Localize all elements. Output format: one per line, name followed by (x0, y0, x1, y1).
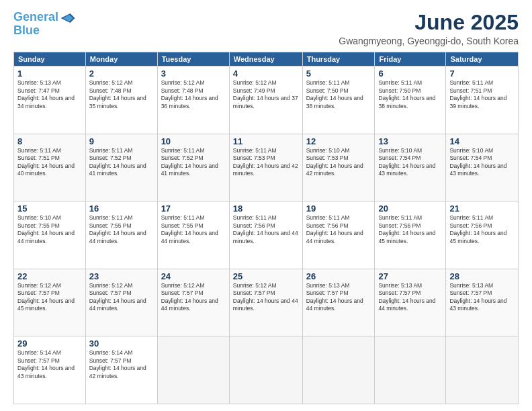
day-detail: Sunrise: 5:14 AM Sunset: 7:57 PM Dayligh… (17, 349, 82, 380)
day-number: 28 (449, 271, 515, 281)
day-detail: Sunrise: 5:11 AM Sunset: 7:55 PM Dayligh… (161, 214, 226, 245)
table-row: 17 Sunrise: 5:11 AM Sunset: 7:55 PM Dayl… (157, 201, 229, 269)
table-row: 24 Sunrise: 5:12 AM Sunset: 7:57 PM Dayl… (157, 269, 229, 336)
day-number: 6 (378, 68, 442, 79)
table-row: 9 Sunrise: 5:11 AM Sunset: 7:52 PM Dayli… (85, 134, 157, 201)
day-number: 2 (89, 68, 154, 79)
table-row: 19 Sunrise: 5:11 AM Sunset: 7:56 PM Dayl… (302, 201, 375, 269)
day-number: 16 (89, 203, 154, 214)
table-row: 16 Sunrise: 5:11 AM Sunset: 7:55 PM Dayl… (85, 201, 157, 269)
day-number: 12 (306, 136, 371, 146)
day-number: 17 (161, 203, 226, 214)
table-row: 15 Sunrise: 5:10 AM Sunset: 7:55 PM Dayl… (14, 201, 86, 269)
table-row: 2 Sunrise: 5:12 AM Sunset: 7:48 PM Dayli… (85, 66, 157, 134)
table-row: 18 Sunrise: 5:11 AM Sunset: 7:56 PM Dayl… (229, 201, 302, 269)
day-detail: Sunrise: 5:11 AM Sunset: 7:52 PM Dayligh… (161, 147, 226, 178)
table-row (157, 336, 229, 404)
day-detail: Sunrise: 5:10 AM Sunset: 7:53 PM Dayligh… (306, 147, 371, 178)
table-row: 22 Sunrise: 5:12 AM Sunset: 7:57 PM Dayl… (14, 269, 86, 336)
col-thursday: Thursday (302, 52, 375, 66)
day-number: 7 (449, 68, 515, 79)
table-row: 11 Sunrise: 5:11 AM Sunset: 7:53 PM Dayl… (229, 134, 302, 201)
day-number: 26 (306, 271, 371, 281)
location: Gwangmyeong, Gyeonggi-do, South Korea (339, 36, 519, 46)
day-number: 3 (161, 68, 226, 79)
table-row (229, 336, 302, 404)
table-row: 7 Sunrise: 5:11 AM Sunset: 7:51 PM Dayli… (446, 66, 519, 134)
day-detail: Sunrise: 5:13 AM Sunset: 7:57 PM Dayligh… (306, 282, 371, 313)
day-number: 1 (17, 68, 82, 79)
table-row: 10 Sunrise: 5:11 AM Sunset: 7:52 PM Dayl… (157, 134, 229, 201)
table-row: 28 Sunrise: 5:13 AM Sunset: 7:57 PM Dayl… (446, 269, 519, 336)
day-detail: Sunrise: 5:13 AM Sunset: 7:57 PM Dayligh… (449, 282, 515, 313)
day-number: 24 (161, 271, 226, 281)
day-number: 20 (378, 203, 442, 214)
week-row-1: 1 Sunrise: 5:13 AM Sunset: 7:47 PM Dayli… (14, 66, 519, 134)
day-detail: Sunrise: 5:10 AM Sunset: 7:54 PM Dayligh… (378, 147, 442, 178)
day-number: 4 (233, 68, 299, 79)
day-number: 27 (378, 271, 442, 281)
day-detail: Sunrise: 5:12 AM Sunset: 7:57 PM Dayligh… (233, 282, 299, 313)
week-row-5: 29 Sunrise: 5:14 AM Sunset: 7:57 PM Dayl… (14, 336, 519, 404)
day-detail: Sunrise: 5:12 AM Sunset: 7:49 PM Dayligh… (233, 79, 299, 110)
day-number: 29 (17, 338, 82, 349)
table-row: 29 Sunrise: 5:14 AM Sunset: 7:57 PM Dayl… (14, 336, 86, 404)
col-friday: Friday (375, 52, 446, 66)
day-detail: Sunrise: 5:11 AM Sunset: 7:56 PM Dayligh… (233, 214, 299, 245)
table-row: 5 Sunrise: 5:11 AM Sunset: 7:50 PM Dayli… (302, 66, 375, 134)
table-row: 3 Sunrise: 5:12 AM Sunset: 7:48 PM Dayli… (157, 66, 229, 134)
table-row: 13 Sunrise: 5:10 AM Sunset: 7:54 PM Dayl… (375, 134, 446, 201)
table-row (375, 336, 446, 404)
logo: General Blue (13, 11, 76, 38)
col-saturday: Saturday (446, 52, 519, 66)
title-area: June 2025 Gwangmyeong, Gyeonggi-do, Sout… (339, 11, 519, 46)
day-detail: Sunrise: 5:11 AM Sunset: 7:50 PM Dayligh… (306, 79, 371, 110)
day-number: 23 (89, 271, 154, 281)
table-row: 8 Sunrise: 5:11 AM Sunset: 7:51 PM Dayli… (14, 134, 86, 201)
col-wednesday: Wednesday (229, 52, 302, 66)
month-title: June 2025 (339, 11, 519, 34)
day-number: 8 (17, 136, 82, 146)
day-detail: Sunrise: 5:11 AM Sunset: 7:51 PM Dayligh… (17, 147, 82, 178)
col-monday: Monday (85, 52, 157, 66)
table-row: 4 Sunrise: 5:12 AM Sunset: 7:49 PM Dayli… (229, 66, 302, 134)
day-number: 15 (17, 203, 82, 214)
table-row: 6 Sunrise: 5:11 AM Sunset: 7:50 PM Dayli… (375, 66, 446, 134)
day-detail: Sunrise: 5:12 AM Sunset: 7:48 PM Dayligh… (161, 79, 226, 110)
col-sunday: Sunday (14, 52, 86, 66)
header: General Blue June 2025 Gwangmyeong, Gyeo… (13, 11, 519, 46)
table-row: 20 Sunrise: 5:11 AM Sunset: 7:56 PM Dayl… (375, 201, 446, 269)
table-row: 14 Sunrise: 5:10 AM Sunset: 7:54 PM Dayl… (446, 134, 519, 201)
table-row: 12 Sunrise: 5:10 AM Sunset: 7:53 PM Dayl… (302, 134, 375, 201)
day-detail: Sunrise: 5:14 AM Sunset: 7:57 PM Dayligh… (89, 349, 154, 380)
day-number: 9 (89, 136, 154, 146)
logo-text: General Blue (13, 11, 58, 38)
day-detail: Sunrise: 5:11 AM Sunset: 7:50 PM Dayligh… (378, 79, 442, 110)
day-detail: Sunrise: 5:12 AM Sunset: 7:57 PM Dayligh… (161, 282, 226, 313)
day-detail: Sunrise: 5:13 AM Sunset: 7:47 PM Dayligh… (17, 79, 82, 110)
day-number: 21 (449, 203, 515, 214)
page: General Blue June 2025 Gwangmyeong, Gyeo… (0, 0, 532, 411)
day-detail: Sunrise: 5:10 AM Sunset: 7:54 PM Dayligh… (449, 147, 515, 178)
table-row: 21 Sunrise: 5:11 AM Sunset: 7:56 PM Dayl… (446, 201, 519, 269)
day-number: 10 (161, 136, 226, 146)
table-row: 27 Sunrise: 5:13 AM Sunset: 7:57 PM Dayl… (375, 269, 446, 336)
day-detail: Sunrise: 5:11 AM Sunset: 7:56 PM Dayligh… (306, 214, 371, 245)
day-number: 25 (233, 271, 299, 281)
day-detail: Sunrise: 5:11 AM Sunset: 7:55 PM Dayligh… (89, 214, 154, 245)
table-row: 25 Sunrise: 5:12 AM Sunset: 7:57 PM Dayl… (229, 269, 302, 336)
day-number: 18 (233, 203, 299, 214)
header-row: Sunday Monday Tuesday Wednesday Thursday… (14, 52, 519, 66)
table-row: 30 Sunrise: 5:14 AM Sunset: 7:57 PM Dayl… (85, 336, 157, 404)
calendar-table: Sunday Monday Tuesday Wednesday Thursday… (13, 52, 519, 404)
day-detail: Sunrise: 5:10 AM Sunset: 7:55 PM Dayligh… (17, 214, 82, 245)
day-detail: Sunrise: 5:12 AM Sunset: 7:57 PM Dayligh… (17, 282, 82, 313)
table-row: 26 Sunrise: 5:13 AM Sunset: 7:57 PM Dayl… (302, 269, 375, 336)
day-detail: Sunrise: 5:11 AM Sunset: 7:56 PM Dayligh… (378, 214, 442, 245)
logo-icon (60, 13, 76, 23)
day-number: 5 (306, 68, 371, 79)
day-detail: Sunrise: 5:12 AM Sunset: 7:57 PM Dayligh… (89, 282, 154, 313)
table-row (302, 336, 375, 404)
day-number: 30 (89, 338, 154, 349)
week-row-3: 15 Sunrise: 5:10 AM Sunset: 7:55 PM Dayl… (14, 201, 519, 269)
